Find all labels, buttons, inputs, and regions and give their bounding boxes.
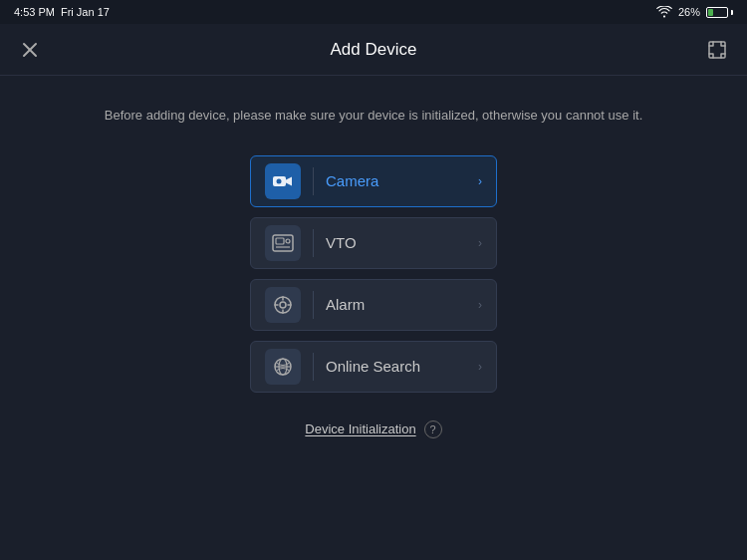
close-button[interactable]: [16, 36, 44, 64]
info-text: Before adding device, please make sure y…: [105, 106, 643, 126]
svg-point-10: [280, 302, 286, 308]
option-online-search[interactable]: Online Search ›: [250, 341, 497, 393]
initialization-text[interactable]: Device Initialization: [305, 421, 415, 436]
option-divider: [313, 353, 314, 381]
status-time: 4:53 PM: [14, 6, 55, 18]
help-icon[interactable]: ?: [424, 420, 442, 438]
help-label: ?: [430, 423, 436, 435]
status-bar-left: 4:53 PM Fri Jan 17: [14, 6, 110, 18]
option-alarm[interactable]: Alarm ›: [250, 279, 497, 331]
option-alarm-chevron: ›: [478, 298, 482, 312]
option-camera[interactable]: Camera ›: [250, 155, 497, 207]
option-vto-chevron: ›: [478, 236, 482, 250]
svg-point-7: [286, 239, 290, 243]
main-content: Before adding device, please make sure y…: [0, 76, 747, 468]
status-date: Fri Jan 17: [61, 6, 110, 18]
option-camera-chevron: ›: [478, 174, 482, 188]
battery-percent: 26%: [678, 6, 700, 18]
battery-icon: [706, 7, 733, 18]
option-divider: [313, 167, 314, 195]
status-bar: 4:53 PM Fri Jan 17 26%: [0, 0, 747, 24]
option-online-search-label: Online Search: [326, 358, 466, 375]
option-divider: [313, 291, 314, 319]
option-vto[interactable]: VTO ›: [250, 217, 497, 269]
wifi-icon: [656, 6, 672, 18]
option-divider: [313, 229, 314, 257]
title-bar: Add Device: [0, 24, 747, 76]
alarm-icon: [265, 287, 301, 323]
option-camera-label: Camera: [326, 172, 466, 189]
initialization-row[interactable]: Device Initialization ?: [305, 420, 441, 438]
options-list: Camera › VTO ›: [250, 155, 497, 393]
expand-button[interactable]: [703, 36, 731, 64]
camera-icon: [265, 163, 301, 199]
option-online-search-chevron: ›: [478, 360, 482, 374]
status-bar-right: 26%: [656, 6, 733, 18]
page-title: Add Device: [331, 40, 417, 60]
svg-rect-2: [709, 42, 725, 58]
svg-point-4: [277, 178, 282, 183]
option-alarm-label: Alarm: [326, 296, 466, 313]
option-vto-label: VTO: [326, 234, 466, 251]
online-search-icon: [265, 349, 301, 385]
vto-icon: [265, 225, 301, 261]
svg-rect-6: [276, 238, 284, 244]
